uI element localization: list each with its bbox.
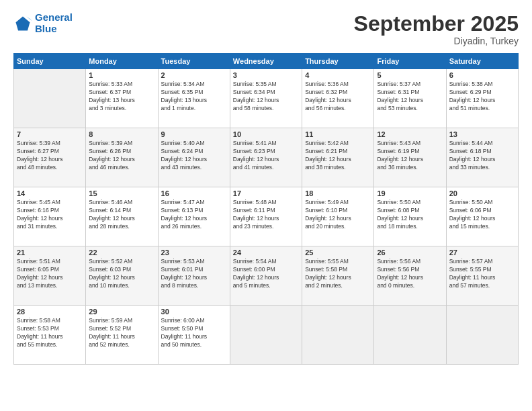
day-header-monday: Monday xyxy=(86,54,158,69)
day-info: Sunrise: 5:49 AMSunset: 6:10 PMDaylight:… xyxy=(305,199,371,231)
logo-line2: Blue xyxy=(35,23,57,34)
cell-3-2: 23Sunrise: 5:53 AMSunset: 6:01 PMDayligh… xyxy=(158,246,230,306)
day-number: 9 xyxy=(161,130,227,138)
day-number: 13 xyxy=(449,130,515,138)
cell-4-1: 29Sunrise: 5:59 AMSunset: 5:52 PMDayligh… xyxy=(86,306,158,365)
day-number: 1 xyxy=(89,71,154,79)
calendar-table: SundayMondayTuesdayWednesdayThursdayFrid… xyxy=(13,53,519,365)
cell-1-2: 9Sunrise: 5:40 AMSunset: 6:24 PMDaylight… xyxy=(158,128,230,187)
day-number: 2 xyxy=(161,71,227,79)
day-info: Sunrise: 5:48 AMSunset: 6:11 PMDaylight:… xyxy=(233,199,299,231)
day-number: 3 xyxy=(233,71,299,79)
page: General Blue September 2025 Diyadin, Tur… xyxy=(0,0,532,411)
cell-4-0: 28Sunrise: 5:58 AMSunset: 5:53 PMDayligh… xyxy=(14,306,86,365)
cell-0-5: 5Sunrise: 5:37 AMSunset: 6:31 PMDaylight… xyxy=(374,69,446,128)
cell-1-5: 12Sunrise: 5:43 AMSunset: 6:19 PMDayligh… xyxy=(374,128,446,187)
day-number: 16 xyxy=(161,189,227,197)
day-header-saturday: Saturday xyxy=(446,54,518,69)
day-number: 25 xyxy=(305,248,371,257)
day-info: Sunrise: 5:54 AMSunset: 6:00 PMDaylight:… xyxy=(233,258,299,290)
day-number: 12 xyxy=(377,130,443,138)
day-header-tuesday: Tuesday xyxy=(158,54,230,69)
cell-2-3: 17Sunrise: 5:48 AMSunset: 6:11 PMDayligh… xyxy=(230,187,302,246)
day-info: Sunrise: 5:52 AMSunset: 6:03 PMDaylight:… xyxy=(89,258,154,290)
subtitle: Diyadin, Turkey xyxy=(354,36,519,46)
cell-1-6: 13Sunrise: 5:44 AMSunset: 6:18 PMDayligh… xyxy=(446,128,518,187)
day-info: Sunrise: 5:45 AMSunset: 6:16 PMDaylight:… xyxy=(17,199,83,231)
cell-0-3: 3Sunrise: 5:35 AMSunset: 6:34 PMDaylight… xyxy=(230,69,302,128)
cell-1-0: 7Sunrise: 5:39 AMSunset: 6:27 PMDaylight… xyxy=(14,128,86,187)
day-info: Sunrise: 5:50 AMSunset: 6:06 PMDaylight:… xyxy=(449,199,515,231)
cell-3-5: 26Sunrise: 5:56 AMSunset: 5:56 PMDayligh… xyxy=(374,246,446,306)
day-info: Sunrise: 5:57 AMSunset: 5:55 PMDaylight:… xyxy=(449,258,515,290)
cell-3-0: 21Sunrise: 5:51 AMSunset: 6:05 PMDayligh… xyxy=(14,246,86,306)
day-number: 30 xyxy=(161,308,227,316)
cell-1-4: 11Sunrise: 5:42 AMSunset: 6:21 PMDayligh… xyxy=(302,128,374,187)
header: General Blue September 2025 Diyadin, Tur… xyxy=(13,12,519,46)
svg-marker-0 xyxy=(16,16,30,30)
day-header-sunday: Sunday xyxy=(14,54,86,69)
cell-0-2: 2Sunrise: 5:34 AMSunset: 6:35 PMDaylight… xyxy=(158,69,230,128)
logo-icon xyxy=(13,14,32,33)
day-info: Sunrise: 5:33 AMSunset: 6:37 PMDaylight:… xyxy=(89,81,154,113)
day-header-friday: Friday xyxy=(374,54,446,69)
day-info: Sunrise: 5:39 AMSunset: 6:27 PMDaylight:… xyxy=(17,140,83,172)
day-number: 28 xyxy=(17,308,83,316)
cell-4-3 xyxy=(230,306,302,365)
day-info: Sunrise: 5:37 AMSunset: 6:31 PMDaylight:… xyxy=(377,81,443,113)
cell-3-4: 25Sunrise: 5:55 AMSunset: 5:58 PMDayligh… xyxy=(302,246,374,306)
day-info: Sunrise: 5:36 AMSunset: 6:32 PMDaylight:… xyxy=(305,81,371,113)
calendar-body: 1Sunrise: 5:33 AMSunset: 6:37 PMDaylight… xyxy=(14,69,519,365)
day-info: Sunrise: 5:47 AMSunset: 6:13 PMDaylight:… xyxy=(161,199,227,231)
cell-2-6: 20Sunrise: 5:50 AMSunset: 6:06 PMDayligh… xyxy=(446,187,518,246)
day-info: Sunrise: 5:43 AMSunset: 6:19 PMDaylight:… xyxy=(377,140,443,172)
cell-2-4: 18Sunrise: 5:49 AMSunset: 6:10 PMDayligh… xyxy=(302,187,374,246)
day-info: Sunrise: 5:55 AMSunset: 5:58 PMDaylight:… xyxy=(305,258,371,290)
logo: General Blue xyxy=(13,12,73,34)
day-number: 21 xyxy=(17,248,83,257)
day-header-thursday: Thursday xyxy=(302,54,374,69)
cell-3-3: 24Sunrise: 5:54 AMSunset: 6:00 PMDayligh… xyxy=(230,246,302,306)
day-number: 22 xyxy=(89,248,154,257)
day-info: Sunrise: 5:46 AMSunset: 6:14 PMDaylight:… xyxy=(89,199,154,231)
cell-4-4 xyxy=(302,306,374,365)
cell-4-2: 30Sunrise: 6:00 AMSunset: 5:50 PMDayligh… xyxy=(158,306,230,365)
day-info: Sunrise: 6:00 AMSunset: 5:50 PMDaylight:… xyxy=(161,317,227,349)
day-number: 15 xyxy=(89,189,154,197)
cell-3-1: 22Sunrise: 5:52 AMSunset: 6:03 PMDayligh… xyxy=(86,246,158,306)
day-info: Sunrise: 5:50 AMSunset: 6:08 PMDaylight:… xyxy=(377,199,443,231)
cell-0-4: 4Sunrise: 5:36 AMSunset: 6:32 PMDaylight… xyxy=(302,69,374,128)
day-info: Sunrise: 5:34 AMSunset: 6:35 PMDaylight:… xyxy=(161,81,227,113)
cell-2-0: 14Sunrise: 5:45 AMSunset: 6:16 PMDayligh… xyxy=(14,187,86,246)
day-info: Sunrise: 5:40 AMSunset: 6:24 PMDaylight:… xyxy=(161,140,227,172)
day-number: 8 xyxy=(89,130,154,138)
header-row: SundayMondayTuesdayWednesdayThursdayFrid… xyxy=(14,54,519,69)
day-number: 4 xyxy=(305,71,371,79)
day-info: Sunrise: 5:41 AMSunset: 6:23 PMDaylight:… xyxy=(233,140,299,172)
day-info: Sunrise: 5:35 AMSunset: 6:34 PMDaylight:… xyxy=(233,81,299,113)
cell-2-1: 15Sunrise: 5:46 AMSunset: 6:14 PMDayligh… xyxy=(86,187,158,246)
cell-4-5 xyxy=(374,306,446,365)
day-header-wednesday: Wednesday xyxy=(230,54,302,69)
day-info: Sunrise: 5:58 AMSunset: 5:53 PMDaylight:… xyxy=(17,317,83,349)
month-title: September 2025 xyxy=(354,12,519,36)
week-row-3: 21Sunrise: 5:51 AMSunset: 6:05 PMDayligh… xyxy=(14,246,519,306)
day-number: 24 xyxy=(233,248,299,257)
logo-text: General Blue xyxy=(35,12,73,34)
day-info: Sunrise: 5:42 AMSunset: 6:21 PMDaylight:… xyxy=(305,140,371,172)
day-number: 20 xyxy=(449,189,515,197)
cell-1-3: 10Sunrise: 5:41 AMSunset: 6:23 PMDayligh… xyxy=(230,128,302,187)
day-info: Sunrise: 5:39 AMSunset: 6:26 PMDaylight:… xyxy=(89,140,154,172)
cell-3-6: 27Sunrise: 5:57 AMSunset: 5:55 PMDayligh… xyxy=(446,246,518,306)
day-number: 6 xyxy=(449,71,515,79)
day-number: 18 xyxy=(305,189,371,197)
day-number: 19 xyxy=(377,189,443,197)
day-number: 10 xyxy=(233,130,299,138)
title-area: September 2025 Diyadin, Turkey xyxy=(354,12,519,46)
logo-line1: General xyxy=(35,11,73,23)
day-info: Sunrise: 5:53 AMSunset: 6:01 PMDaylight:… xyxy=(161,258,227,290)
day-number: 17 xyxy=(233,189,299,197)
week-row-2: 14Sunrise: 5:45 AMSunset: 6:16 PMDayligh… xyxy=(14,187,519,246)
cell-2-5: 19Sunrise: 5:50 AMSunset: 6:08 PMDayligh… xyxy=(374,187,446,246)
cell-4-6 xyxy=(446,306,518,365)
